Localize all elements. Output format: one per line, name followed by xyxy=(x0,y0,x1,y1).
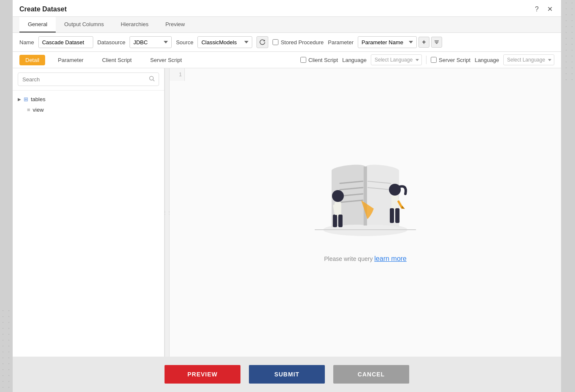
placeholder-message: Please write query learn more xyxy=(324,255,407,263)
main-tabs: General Output Columns Hierarchies Previ… xyxy=(13,17,561,33)
filter-button[interactable] xyxy=(431,37,442,48)
main-content: ▶ ⊞ tables ≡ view ⋮⋮ 1 xyxy=(13,68,561,357)
toolbar: Name Datasource JDBC Source ClassicModel… xyxy=(13,33,561,52)
line-number-1: 1 xyxy=(179,72,182,78)
server-script-checkbox[interactable] xyxy=(431,57,437,63)
preview-button[interactable]: PREVIEW xyxy=(165,365,240,384)
language-label2: Language xyxy=(475,57,499,63)
panel-resizer[interactable]: ⋮⋮ xyxy=(165,68,170,357)
view-label: view xyxy=(33,107,44,113)
refresh-button[interactable] xyxy=(256,36,268,48)
sub-tab-detail[interactable]: Detail xyxy=(19,55,45,65)
add-parameter-button[interactable]: + xyxy=(418,37,429,48)
tree-item-view[interactable]: ≡ view xyxy=(13,105,164,115)
placeholder-static-text: Please write query xyxy=(324,255,374,262)
stored-procedure-label: Stored Procedure xyxy=(281,39,324,46)
parameter-select-container: Parameter Name + xyxy=(358,36,442,48)
close-button[interactable]: ✕ xyxy=(545,4,554,14)
client-script-checkbox-label: Client Script xyxy=(308,57,338,63)
svg-rect-6 xyxy=(364,166,367,226)
dialog-header-icons: ? ✕ xyxy=(533,4,554,14)
sidebar: ▶ ⊞ tables ≡ view xyxy=(13,68,165,357)
server-script-language-select[interactable]: Select Language xyxy=(503,54,554,65)
search-icon xyxy=(149,76,155,83)
search-container xyxy=(13,68,164,91)
learn-more-link[interactable]: learn more xyxy=(374,255,406,262)
svg-rect-16 xyxy=(338,215,343,227)
table-icon: ⊞ xyxy=(24,96,28,102)
editor-placeholder: Please write query learn more xyxy=(170,68,561,357)
tab-hierarchies[interactable]: Hierarchies xyxy=(112,17,157,32)
server-script-checkbox-container: Server Script xyxy=(431,57,470,63)
svg-line-4 xyxy=(153,80,155,81)
source-select[interactable]: ClassicModels xyxy=(197,36,252,48)
source-label: Source xyxy=(176,39,193,46)
sub-toolbar: Detail Parameter Client Script Server Sc… xyxy=(13,52,561,68)
name-input[interactable] xyxy=(38,36,93,48)
tab-preview[interactable]: Preview xyxy=(157,17,193,32)
parameter-label: Parameter xyxy=(328,39,354,46)
stored-procedure-container: Stored Procedure xyxy=(273,39,324,46)
line-numbers: 1 xyxy=(170,68,185,81)
stored-procedure-checkbox[interactable] xyxy=(273,39,278,45)
server-script-checkbox-label: Server Script xyxy=(439,57,470,63)
sub-toolbar-right: Client Script Language Select Language S… xyxy=(300,54,554,65)
editor-area[interactable]: 1 xyxy=(170,68,561,357)
submit-button[interactable]: SUBMIT xyxy=(249,365,325,384)
name-label: Name xyxy=(19,39,34,46)
chevron-right-icon: ▶ xyxy=(18,97,21,102)
footer: PREVIEW SUBMIT CANCEL xyxy=(13,357,561,392)
svg-point-18 xyxy=(389,184,401,196)
client-script-checkbox-container: Client Script xyxy=(300,57,338,63)
datasource-select[interactable]: JDBC xyxy=(130,36,172,48)
separator xyxy=(426,56,427,64)
tree-container: ▶ ⊞ tables ≡ view xyxy=(13,91,164,357)
tree-item-tables[interactable]: ▶ ⊞ tables xyxy=(13,94,164,105)
parameter-name-select[interactable]: Parameter Name xyxy=(358,36,417,48)
svg-point-13 xyxy=(332,190,344,202)
language-label: Language xyxy=(342,57,367,63)
help-button[interactable]: ? xyxy=(533,5,540,14)
svg-rect-20 xyxy=(390,208,394,223)
sub-tab-server-script[interactable]: Server Script xyxy=(144,55,188,65)
tables-label: tables xyxy=(31,96,46,102)
cancel-button[interactable]: CANCEL xyxy=(333,365,409,384)
sub-tab-client-script[interactable]: Client Script xyxy=(96,55,138,65)
search-input[interactable] xyxy=(18,72,159,86)
svg-rect-21 xyxy=(395,208,400,223)
client-script-checkbox[interactable] xyxy=(300,57,306,63)
illustration xyxy=(289,145,441,247)
svg-rect-19 xyxy=(391,196,398,210)
dialog-header: Create Dataset ? ✕ xyxy=(13,0,561,17)
svg-point-3 xyxy=(150,76,154,80)
datasource-label: Datasource xyxy=(97,39,125,46)
dialog-title: Create Dataset xyxy=(19,5,67,13)
tab-output-columns[interactable]: Output Columns xyxy=(56,17,112,32)
view-icon: ≡ xyxy=(27,107,30,113)
create-dataset-dialog: Create Dataset ? ✕ General Output Column… xyxy=(13,0,561,392)
tab-general[interactable]: General xyxy=(19,17,56,32)
client-script-language-select[interactable]: Select Language xyxy=(371,54,422,65)
sub-tab-parameter[interactable]: Parameter xyxy=(52,55,89,65)
svg-rect-15 xyxy=(333,215,337,227)
